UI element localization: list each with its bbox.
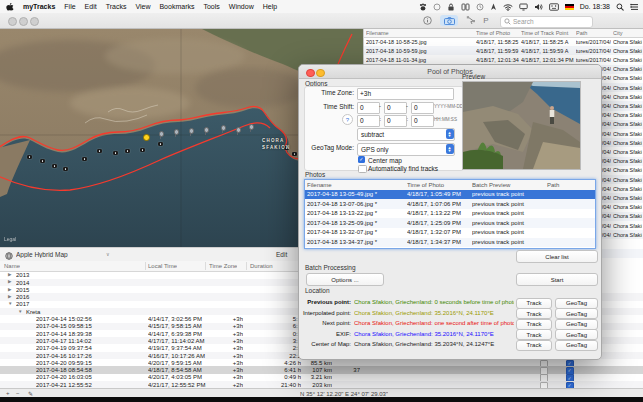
track-row[interactable]: 2017-04-20 16:03:054/20/17, 4:03:05 PM+3… — [0, 374, 643, 381]
camera-marker[interactable] — [158, 142, 163, 146]
location-track-button[interactable]: Track — [516, 298, 552, 309]
disclosure-closed-icon[interactable]: ▶ — [8, 287, 11, 292]
camera-marker[interactable] — [97, 149, 102, 153]
apple-menu-icon[interactable] — [6, 2, 14, 11]
dialog-photos-col-0[interactable]: Filename — [307, 182, 405, 188]
add-track-button[interactable]: + — [6, 390, 10, 396]
find-tracks-label[interactable]: Automatically find tracks — [368, 165, 438, 172]
location-geotag-button[interactable]: GeoTag — [555, 308, 598, 319]
info-tool-button[interactable] — [418, 15, 436, 26]
dialog-photo-row[interactable]: 2017-04-18 13-32-07.jpg *4/18/17, 1:32:0… — [305, 228, 595, 238]
clear-list-button[interactable]: Clear list — [516, 250, 598, 263]
camera-marker[interactable] — [140, 148, 145, 152]
disclosure-open-icon[interactable]: ▼ — [18, 309, 22, 314]
location-track-button[interactable]: Track — [516, 308, 552, 319]
geotag-mode-select[interactable]: GPS only ▲▼ — [357, 143, 455, 156]
trackpoint-pin-marker[interactable] — [237, 130, 238, 135]
dialog-photo-row[interactable]: 2017-04-18 13-34-37.jpg *4/18/17, 1:34:3… — [305, 238, 595, 248]
spotlight-icon[interactable] — [616, 2, 624, 11]
camera-marker[interactable] — [52, 164, 57, 168]
photo-panel-col-1[interactable]: Time of Photo — [476, 30, 519, 36]
map-type-selector[interactable]: Apple Hybrid Map — [16, 251, 68, 258]
col-duration[interactable]: Duration — [250, 263, 273, 269]
lock-status-icon[interactable] — [447, 2, 455, 11]
help-button[interactable]: ? — [342, 114, 353, 125]
shift-year-field[interactable]: 0 — [357, 102, 380, 114]
location-track-button[interactable]: Track — [516, 340, 552, 351]
window-minimize-button[interactable] — [19, 17, 28, 26]
disclosure-closed-icon[interactable]: ▶ — [8, 279, 11, 284]
location-geotag-button[interactable]: GeoTag — [555, 340, 598, 351]
dialog-photo-row[interactable]: 2017-04-18 13-25-09.jpg *4/18/17, 1:25:0… — [305, 218, 595, 228]
disclosure-closed-icon[interactable]: ▶ — [8, 272, 11, 277]
menu-clock[interactable]: Do. 18:38 — [580, 3, 610, 10]
menu-item-edit[interactable]: Edit — [85, 3, 97, 10]
dialog-title-bar[interactable]: Pool of Photos — [299, 65, 601, 79]
input-source-icon[interactable] — [549, 2, 559, 11]
location-geotag-button[interactable]: GeoTag — [555, 319, 598, 330]
photo-panel-row[interactable]: 2017-04-18 10-59-59.jpg4/18/17, 11:59:59… — [364, 46, 643, 55]
shift-minute-field[interactable]: 0 — [384, 115, 407, 127]
location-track-button[interactable]: Track — [516, 329, 552, 340]
time-zone-field[interactable]: +3h — [357, 88, 454, 100]
shift-hour-field[interactable]: 0 — [357, 115, 380, 127]
dialog-photos-col-3[interactable]: Path — [547, 182, 591, 188]
book-status-icon[interactable] — [461, 2, 470, 11]
shift-month-field[interactable]: 0 — [384, 102, 407, 114]
location-track-button[interactable]: Track — [516, 319, 552, 330]
map-edit-button[interactable]: Edit — [276, 251, 287, 258]
trackpoint-pin-marker[interactable] — [160, 134, 161, 139]
shift-day-field[interactable]: 0 — [411, 102, 434, 114]
window-zoom-button[interactable] — [30, 17, 39, 26]
dialog-photos-col-2[interactable]: Batch Preview — [472, 182, 545, 188]
dialog-photo-row[interactable]: 2017-04-18 13-13-22.jpg *4/18/17, 1:13:2… — [305, 209, 595, 219]
map-legal-label[interactable]: Legal — [4, 236, 16, 242]
trackpoint-pin-marker[interactable] — [175, 132, 176, 137]
menu-item-view[interactable]: View — [135, 3, 150, 10]
track-row[interactable]: 2017-04-18 08:54:584/18/17, 8:54:58 AM+3… — [0, 366, 643, 373]
shift-second-field[interactable]: 0 — [411, 115, 434, 127]
disclosure-closed-icon[interactable]: ▶ — [8, 294, 11, 299]
camera-marker[interactable] — [40, 159, 45, 163]
wifi-icon[interactable] — [503, 2, 513, 11]
dialog-photos-col-1[interactable]: Time of Photo — [407, 182, 470, 188]
menu-item-help[interactable]: Help — [263, 3, 277, 10]
edit-track-button[interactable]: ✎ — [28, 390, 33, 397]
camera-marker[interactable] — [113, 151, 118, 155]
location-geotag-button[interactable]: GeoTag — [555, 298, 598, 309]
photo-panel-col-4[interactable]: City — [613, 30, 642, 36]
selected-photo-marker[interactable] — [143, 134, 150, 141]
clock-status-icon[interactable] — [476, 2, 484, 11]
dialog-photo-row[interactable]: 2017-04-18 13-05-49.jpg *4/18/17, 1:05:4… — [305, 190, 595, 200]
display-icon[interactable] — [519, 2, 528, 11]
camera-marker[interactable] — [63, 167, 68, 171]
disclosure-open-icon[interactable]: ▼ — [8, 301, 12, 306]
find-tracks-checkbox[interactable] — [358, 165, 367, 174]
toolbar-search-field[interactable]: Search — [500, 16, 593, 28]
german-flag-icon[interactable] — [565, 4, 574, 10]
track-row[interactable]: 2017-04-20 09:59:154/20/17, 9:59:15 AM+3… — [0, 359, 643, 366]
volume-icon[interactable] — [534, 2, 543, 11]
center-map-label[interactable]: Center map — [368, 157, 402, 164]
window-close-button[interactable] — [8, 17, 17, 26]
remove-track-button[interactable]: − — [16, 390, 20, 396]
photo-panel-col-2[interactable]: Time of Track Point — [521, 30, 574, 36]
col-time-zone[interactable]: Time Zone — [209, 263, 237, 269]
batch-options-button[interactable]: Options ... — [306, 273, 384, 286]
col-name[interactable]: Name — [4, 263, 20, 269]
shift-mode-select[interactable]: subtract ▲▼ — [357, 128, 455, 141]
center-map-checkbox[interactable]: ✓ — [358, 156, 365, 163]
dialog-photo-row[interactable]: 2017-04-18 13-07-06.jpg *4/18/17, 1:07:0… — [305, 199, 595, 209]
camera-marker[interactable] — [82, 157, 87, 161]
trackpoint-pin-marker[interactable] — [190, 131, 191, 136]
menu-item-tracks[interactable]: Tracks — [106, 3, 127, 10]
camera-marker[interactable] — [27, 155, 32, 159]
photo-panel-col-0[interactable]: Filename — [366, 30, 474, 36]
chevron-down-icon[interactable]: ∨ — [106, 251, 110, 257]
location-arrow-icon[interactable] — [490, 2, 497, 11]
menu-item-file[interactable]: File — [64, 3, 75, 10]
camera-marker[interactable] — [125, 149, 130, 153]
paw-status-icon[interactable] — [419, 2, 427, 11]
camera-tool-button[interactable] — [440, 15, 458, 26]
trackpoint-pin-marker[interactable] — [222, 128, 223, 133]
